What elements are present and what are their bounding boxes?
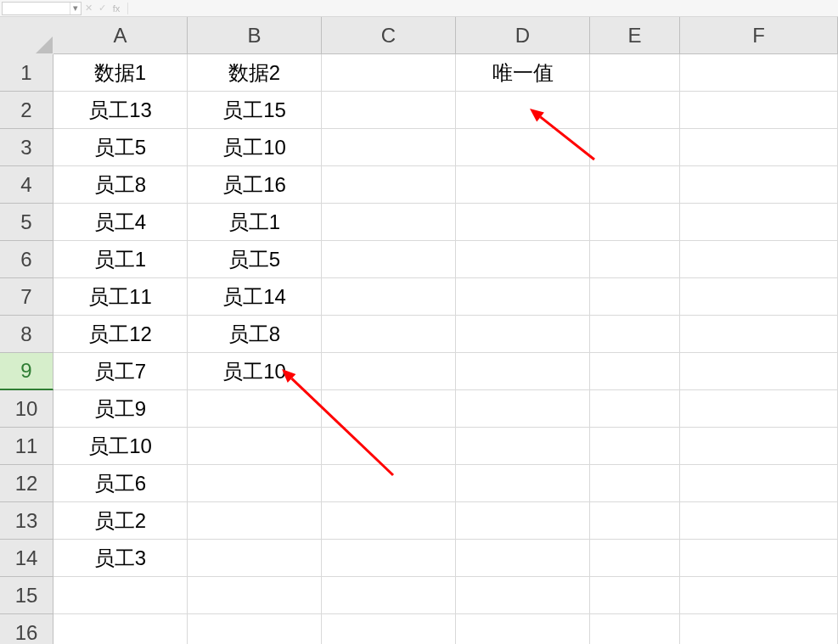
- cell-B8[interactable]: 员工8: [188, 316, 322, 353]
- cell-E3[interactable]: [590, 129, 680, 166]
- cell-B15[interactable]: [188, 577, 322, 614]
- cell-E2[interactable]: [590, 92, 680, 129]
- cell-C5[interactable]: [322, 204, 456, 241]
- cell-B11[interactable]: [188, 428, 322, 465]
- cell-D13[interactable]: [456, 502, 590, 540]
- cell-D7[interactable]: [456, 278, 590, 316]
- cell-B6[interactable]: 员工5: [188, 241, 322, 278]
- cell-C3[interactable]: [322, 129, 456, 166]
- cell-B7[interactable]: 员工14: [188, 278, 322, 316]
- cell-D11[interactable]: [456, 428, 590, 465]
- cell-C16[interactable]: [322, 614, 456, 644]
- cell-D15[interactable]: [456, 577, 590, 614]
- column-header-F[interactable]: F: [680, 17, 838, 54]
- formula-cancel-icon[interactable]: ✕: [82, 3, 95, 14]
- row-header-3[interactable]: 3: [0, 129, 53, 166]
- cell-C7[interactable]: [322, 278, 456, 316]
- cell-A11[interactable]: 员工10: [53, 428, 188, 465]
- cell-E8[interactable]: [590, 316, 680, 353]
- cell-B2[interactable]: 员工15: [188, 92, 322, 129]
- fx-icon[interactable]: fx: [109, 3, 124, 14]
- cell-B9[interactable]: 员工10: [188, 353, 322, 390]
- formula-enter-icon[interactable]: ✓: [95, 3, 109, 14]
- cell-F2[interactable]: [680, 92, 838, 129]
- cell-B13[interactable]: [188, 502, 322, 540]
- cell-B5[interactable]: 员工1: [188, 204, 322, 241]
- row-header-16[interactable]: 16: [0, 614, 53, 644]
- cell-D5[interactable]: [456, 204, 590, 241]
- row-header-8[interactable]: 8: [0, 316, 53, 353]
- cell-C10[interactable]: [322, 390, 456, 428]
- cell-D1[interactable]: 唯一值: [456, 54, 590, 92]
- cell-C9[interactable]: [322, 353, 456, 390]
- cell-E9[interactable]: [590, 353, 680, 390]
- cell-B10[interactable]: [188, 390, 322, 428]
- cell-D9[interactable]: [456, 353, 590, 390]
- cell-F12[interactable]: [680, 465, 838, 502]
- cell-E14[interactable]: [590, 540, 680, 577]
- cell-F9[interactable]: [680, 353, 838, 390]
- cell-C12[interactable]: [322, 465, 456, 502]
- cell-A16[interactable]: [53, 614, 188, 644]
- column-header-D[interactable]: D: [456, 17, 590, 54]
- cell-C13[interactable]: [322, 502, 456, 540]
- cell-E1[interactable]: [590, 54, 680, 92]
- cell-B12[interactable]: [188, 465, 322, 502]
- cell-B4[interactable]: 员工16: [188, 166, 322, 204]
- cell-A7[interactable]: 员工11: [53, 278, 188, 316]
- cell-D3[interactable]: [456, 129, 590, 166]
- select-all-corner[interactable]: [0, 17, 54, 55]
- cell-E7[interactable]: [590, 278, 680, 316]
- row-header-13[interactable]: 13: [0, 502, 53, 540]
- cell-E15[interactable]: [590, 577, 680, 614]
- cell-F8[interactable]: [680, 316, 838, 353]
- column-header-A[interactable]: A: [53, 17, 188, 54]
- cell-C8[interactable]: [322, 316, 456, 353]
- cell-E13[interactable]: [590, 502, 680, 540]
- cell-A5[interactable]: 员工4: [53, 204, 188, 241]
- name-box-dropdown-icon[interactable]: ▾: [70, 3, 81, 14]
- cell-A14[interactable]: 员工3: [53, 540, 188, 577]
- cell-F10[interactable]: [680, 390, 838, 428]
- column-header-E[interactable]: E: [590, 17, 680, 54]
- column-header-B[interactable]: B: [188, 17, 322, 54]
- cell-C2[interactable]: [322, 92, 456, 129]
- row-header-7[interactable]: 7: [0, 278, 53, 316]
- cell-B3[interactable]: 员工10: [188, 129, 322, 166]
- cell-A9[interactable]: 员工7: [53, 353, 188, 390]
- cell-E6[interactable]: [590, 241, 680, 278]
- cell-C11[interactable]: [322, 428, 456, 465]
- cell-F15[interactable]: [680, 577, 838, 614]
- cell-E4[interactable]: [590, 166, 680, 204]
- cell-C15[interactable]: [322, 577, 456, 614]
- cell-F5[interactable]: [680, 204, 838, 241]
- cell-E10[interactable]: [590, 390, 680, 428]
- row-header-5[interactable]: 5: [0, 204, 53, 241]
- cell-A15[interactable]: [53, 577, 188, 614]
- row-header-11[interactable]: 11: [0, 428, 53, 465]
- name-box[interactable]: ▾: [2, 2, 82, 15]
- row-header-6[interactable]: 6: [0, 241, 53, 278]
- cell-C1[interactable]: [322, 54, 456, 92]
- cell-F14[interactable]: [680, 540, 838, 577]
- cell-D8[interactable]: [456, 316, 590, 353]
- cell-F6[interactable]: [680, 241, 838, 278]
- cell-F7[interactable]: [680, 278, 838, 316]
- cell-E5[interactable]: [590, 204, 680, 241]
- row-header-4[interactable]: 4: [0, 166, 53, 204]
- row-header-10[interactable]: 10: [0, 390, 53, 428]
- cell-E16[interactable]: [590, 614, 680, 644]
- formula-input[interactable]: [127, 3, 838, 14]
- cell-F4[interactable]: [680, 166, 838, 204]
- cell-E12[interactable]: [590, 465, 680, 502]
- cell-A2[interactable]: 员工13: [53, 92, 188, 129]
- cell-B1[interactable]: 数据2: [188, 54, 322, 92]
- cell-A13[interactable]: 员工2: [53, 502, 188, 540]
- row-header-2[interactable]: 2: [0, 92, 53, 129]
- cell-D4[interactable]: [456, 166, 590, 204]
- cell-A1[interactable]: 数据1: [53, 54, 188, 92]
- cell-B14[interactable]: [188, 540, 322, 577]
- cell-C4[interactable]: [322, 166, 456, 204]
- cell-C14[interactable]: [322, 540, 456, 577]
- cell-F13[interactable]: [680, 502, 838, 540]
